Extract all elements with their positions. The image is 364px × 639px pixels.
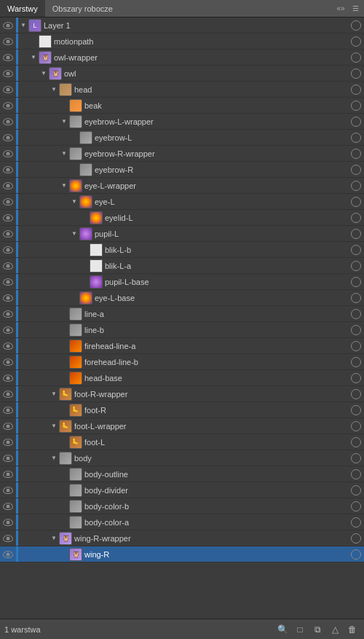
layer-options-circle[interactable] bbox=[348, 68, 364, 79]
layer-row[interactable]: body bbox=[0, 450, 364, 466]
layer-row[interactable]: eyebrow-L-wrapper bbox=[0, 114, 364, 130]
expand-arrow[interactable] bbox=[49, 535, 59, 541]
layer-options-circle[interactable] bbox=[348, 373, 364, 383]
eye-visibility-toggle[interactable] bbox=[0, 262, 16, 270]
expand-arrow[interactable] bbox=[49, 423, 59, 429]
layer-row[interactable]: eye-L bbox=[0, 194, 364, 210]
layer-options-circle[interactable] bbox=[348, 405, 364, 415]
layer-options-circle[interactable] bbox=[348, 421, 364, 431]
layer-row[interactable]: body-divider bbox=[0, 482, 364, 498]
expand-arrow[interactable] bbox=[28, 54, 39, 60]
layer-row[interactable]: 🦉 wing-R bbox=[0, 546, 364, 562]
eye-visibility-toggle[interactable] bbox=[0, 391, 16, 398]
layer-row[interactable]: eye-L-base bbox=[0, 290, 364, 306]
layer-options-circle[interactable] bbox=[348, 85, 364, 95]
eye-visibility-toggle[interactable] bbox=[0, 503, 16, 510]
layer-options-circle[interactable] bbox=[348, 197, 364, 207]
layer-options-circle[interactable] bbox=[348, 469, 364, 479]
eye-visibility-toggle[interactable] bbox=[0, 214, 16, 222]
eye-visibility-toggle[interactable] bbox=[0, 246, 16, 254]
eye-visibility-toggle[interactable] bbox=[0, 182, 16, 189]
layer-row[interactable]: 🦶 foot-L bbox=[0, 434, 364, 450]
eye-visibility-toggle[interactable] bbox=[0, 70, 16, 77]
layer-options-circle[interactable] bbox=[348, 357, 364, 367]
layer-options-circle[interactable] bbox=[348, 389, 364, 399]
group-layers-icon[interactable]: ⧉ bbox=[310, 622, 325, 637]
eye-visibility-toggle[interactable] bbox=[0, 455, 16, 462]
eye-visibility-toggle[interactable] bbox=[0, 198, 16, 205]
eye-visibility-toggle[interactable] bbox=[0, 535, 16, 542]
delete-layer-icon[interactable]: 🗑 bbox=[345, 622, 360, 637]
collapse-icon[interactable]: «» bbox=[335, 3, 347, 15]
layer-row[interactable]: 🦶 foot-R-wrapper bbox=[0, 386, 364, 402]
layer-row[interactable]: body-color-a bbox=[0, 514, 364, 530]
expand-arrow[interactable] bbox=[18, 22, 28, 28]
layer-options-circle[interactable] bbox=[348, 229, 364, 239]
layer-row[interactable]: head-base bbox=[0, 370, 364, 386]
layers-list[interactable]: L Layer 1motionpath 🦉 owl-wrapper 🦉 owlh… bbox=[0, 17, 364, 619]
layer-row[interactable]: L Layer 1 bbox=[0, 17, 364, 34]
eye-visibility-toggle[interactable] bbox=[0, 342, 16, 350]
layer-row[interactable]: 🦉 owl-wrapper bbox=[0, 50, 364, 66]
layer-row[interactable]: motionpath bbox=[0, 34, 364, 50]
layer-row[interactable]: line-b bbox=[0, 322, 364, 338]
expand-arrow[interactable] bbox=[59, 118, 69, 125]
expand-arrow[interactable] bbox=[49, 455, 59, 461]
layer-options-circle[interactable] bbox=[348, 245, 364, 255]
layer-options-circle[interactable] bbox=[348, 325, 364, 335]
layer-options-circle[interactable] bbox=[348, 20, 364, 31]
layer-row[interactable]: eyelid-L bbox=[0, 210, 364, 226]
eye-visibility-toggle[interactable] bbox=[0, 38, 16, 45]
expand-arrow[interactable] bbox=[39, 70, 49, 77]
expand-arrow[interactable] bbox=[49, 86, 59, 93]
tab-warstwy[interactable]: Warstwy bbox=[0, 0, 45, 17]
eye-visibility-toggle[interactable] bbox=[0, 551, 16, 558]
eye-visibility-toggle[interactable] bbox=[0, 118, 16, 125]
add-adjustment-icon[interactable]: △ bbox=[328, 622, 342, 637]
layer-options-circle[interactable] bbox=[348, 293, 364, 303]
layer-row[interactable]: blik-L-a bbox=[0, 258, 364, 274]
layer-options-circle[interactable] bbox=[348, 181, 364, 191]
layer-row[interactable]: eyebrow-R-wrapper bbox=[0, 146, 364, 162]
layer-row[interactable]: 🦶 foot-L-wrapper bbox=[0, 418, 364, 434]
expand-arrow[interactable] bbox=[59, 182, 69, 189]
layer-options-circle[interactable] bbox=[348, 437, 364, 447]
search-layers-icon[interactable]: 🔍 bbox=[275, 622, 290, 637]
eye-visibility-toggle[interactable] bbox=[0, 102, 16, 109]
eye-visibility-toggle[interactable] bbox=[0, 54, 16, 61]
eye-visibility-toggle[interactable] bbox=[0, 471, 16, 478]
eye-visibility-toggle[interactable] bbox=[0, 86, 16, 93]
eye-visibility-toggle[interactable] bbox=[0, 326, 16, 334]
layer-row[interactable]: eye-L-wrapper bbox=[0, 178, 364, 194]
layer-row[interactable]: pupil-L bbox=[0, 226, 364, 242]
eye-visibility-toggle[interactable] bbox=[0, 407, 16, 414]
layer-row[interactable]: forehead-line-b bbox=[0, 354, 364, 370]
layer-row[interactable]: eyebrow-L bbox=[0, 130, 364, 146]
layer-row[interactable]: 🦉 owl bbox=[0, 66, 364, 82]
layer-options-circle[interactable] bbox=[348, 517, 364, 528]
tab-obszary[interactable]: Obszary robocze bbox=[45, 0, 120, 17]
layer-options-circle[interactable] bbox=[348, 165, 364, 175]
eye-visibility-toggle[interactable] bbox=[0, 166, 16, 173]
layer-options-circle[interactable] bbox=[348, 549, 364, 560]
layer-options-circle[interactable] bbox=[348, 52, 364, 63]
eye-visibility-toggle[interactable] bbox=[0, 358, 16, 366]
layer-options-circle[interactable] bbox=[348, 133, 364, 143]
eye-visibility-toggle[interactable] bbox=[0, 310, 16, 318]
eye-visibility-toggle[interactable] bbox=[0, 22, 16, 29]
eye-visibility-toggle[interactable] bbox=[0, 278, 16, 286]
layer-row[interactable]: line-a bbox=[0, 306, 364, 322]
layer-row[interactable]: pupil-L-base bbox=[0, 274, 364, 290]
layer-options-circle[interactable] bbox=[348, 309, 364, 319]
layer-options-circle[interactable] bbox=[348, 453, 364, 463]
layer-options-circle[interactable] bbox=[348, 117, 364, 127]
new-layer-icon[interactable]: □ bbox=[293, 622, 307, 637]
layer-options-circle[interactable] bbox=[348, 101, 364, 111]
eye-visibility-toggle[interactable] bbox=[0, 487, 16, 494]
eye-visibility-toggle[interactable] bbox=[0, 375, 16, 382]
eye-visibility-toggle[interactable] bbox=[0, 150, 16, 157]
layer-options-circle[interactable] bbox=[348, 261, 364, 271]
layer-options-circle[interactable] bbox=[348, 533, 364, 544]
expand-arrow[interactable] bbox=[59, 150, 69, 157]
expand-arrow[interactable] bbox=[49, 391, 59, 397]
